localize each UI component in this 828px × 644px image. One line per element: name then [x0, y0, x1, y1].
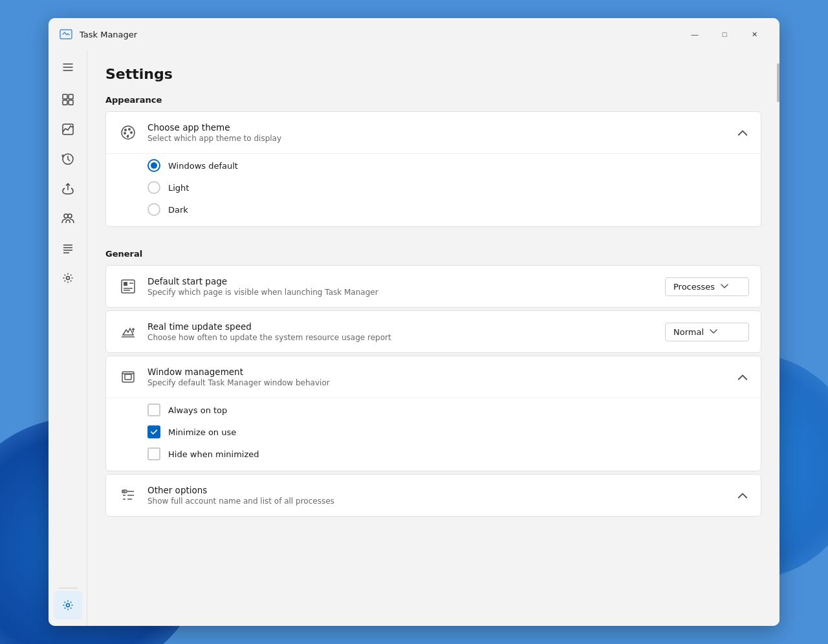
svg-point-21 [130, 131, 133, 134]
checkbox-box-hide-when-minimized [147, 447, 160, 460]
svg-point-17 [66, 604, 69, 607]
other-options-icon [118, 485, 138, 506]
checkbox-box-always-on-top [147, 403, 160, 416]
chevron-up-icon [736, 126, 749, 139]
card-window-management: Window management Specify default Task M… [105, 356, 761, 471]
card-header-text-start-page: Default start page Specify which page is… [147, 276, 665, 297]
svg-rect-6 [63, 100, 67, 105]
radio-circle-light [147, 181, 160, 194]
card-action-other-options [736, 489, 749, 502]
card-other-options: Other options Show full account name and… [105, 474, 761, 517]
page-title: Settings [105, 66, 761, 82]
window-title: Task Manager [80, 30, 680, 39]
radio-dark[interactable]: Dark [147, 203, 749, 216]
card-header-text-real-time: Real time update speed Choose how often … [147, 321, 665, 342]
dropdown-start-page[interactable]: Processes [665, 277, 749, 296]
titlebar: Task Manager — □ ✕ [49, 18, 779, 50]
radio-windows-default[interactable]: Windows default [147, 159, 749, 172]
checkbox-hide-when-minimized[interactable]: Hide when minimized [147, 447, 749, 460]
radio-label-dark: Dark [168, 205, 188, 215]
scroll-indicator [777, 50, 779, 626]
svg-point-10 [64, 214, 68, 218]
card-header-text-other-options: Other options Show full account name and… [147, 485, 736, 506]
card-header-other-options[interactable]: Other options Show full account name and… [106, 475, 761, 516]
dropdown-update-speed[interactable]: Normal [665, 323, 749, 341]
card-header-window-management[interactable]: Window management Specify default Task M… [106, 356, 761, 398]
minimize-button[interactable]: — [680, 23, 710, 46]
card-real-time-update: Real time update speed Choose how often … [105, 310, 761, 353]
sidebar [49, 50, 87, 626]
card-action-choose-app-theme [736, 126, 749, 139]
sidebar-item-details[interactable] [54, 234, 82, 263]
sidebar-item-app-history[interactable] [54, 145, 82, 173]
card-action-real-time: Normal [665, 323, 749, 341]
sidebar-item-performance[interactable] [54, 115, 82, 144]
card-title-choose-app-theme: Choose app theme [147, 122, 736, 133]
card-default-start-page: Default start page Specify which page is… [105, 265, 761, 308]
svg-point-16 [66, 277, 69, 280]
checkbox-label-minimize-on-use: Minimize on use [168, 427, 236, 437]
checkbox-box-minimize-on-use [147, 425, 160, 438]
card-action-start-page: Processes [665, 277, 749, 296]
svg-rect-5 [69, 94, 73, 99]
chevron-up-window-mgmt-icon [736, 370, 749, 383]
card-subtitle-choose-app-theme: Select which app theme to display [147, 134, 736, 143]
maximize-button[interactable]: □ [710, 23, 739, 46]
dropdown-start-page-value: Processes [673, 282, 715, 292]
task-manager-window: Task Manager — □ ✕ [49, 18, 779, 626]
palette-icon [118, 122, 138, 143]
svg-point-11 [68, 214, 72, 218]
chevron-up-other-options-icon [736, 489, 749, 502]
window-mgmt-icon [118, 367, 138, 387]
svg-rect-23 [122, 280, 135, 293]
svg-rect-24 [124, 282, 127, 286]
svg-rect-4 [63, 94, 67, 99]
radio-label-windows-default: Windows default [168, 161, 238, 171]
svg-point-20 [128, 128, 131, 131]
window-mgmt-checkbox-group: Always on top Minimize on use Hide when … [106, 398, 761, 471]
checkbox-minimize-on-use[interactable]: Minimize on use [147, 425, 749, 438]
start-page-icon [118, 276, 138, 297]
main-panel[interactable]: Settings Appearance [87, 50, 777, 626]
card-title-real-time-update: Real time update speed [147, 321, 665, 332]
card-subtitle-real-time-update: Choose how often to update the system re… [147, 333, 665, 342]
update-speed-icon [118, 321, 138, 342]
svg-rect-7 [69, 100, 73, 105]
card-header-default-start-page[interactable]: Default start page Specify which page is… [106, 266, 761, 307]
card-header-text: Choose app theme Select which app theme … [147, 122, 736, 143]
card-subtitle-window-management: Specify default Task Manager window beha… [147, 378, 736, 387]
svg-point-22 [124, 132, 126, 134]
card-header-text-window-mgmt: Window management Specify default Task M… [147, 367, 736, 387]
card-choose-app-theme: Choose app theme Select which app theme … [105, 111, 761, 227]
svg-point-19 [124, 129, 127, 131]
section-title-appearance: Appearance [105, 95, 761, 105]
card-title-window-management: Window management [147, 367, 736, 377]
card-subtitle-default-start-page: Specify which page is visible when launc… [147, 288, 665, 297]
section-title-general: General [105, 249, 761, 259]
card-header-choose-app-theme[interactable]: Choose app theme Select which app theme … [106, 112, 761, 153]
radio-circle-dark [147, 203, 160, 216]
radio-light[interactable]: Light [147, 181, 749, 194]
sidebar-item-services[interactable] [54, 264, 82, 292]
svg-rect-30 [125, 374, 131, 380]
checkbox-always-on-top[interactable]: Always on top [147, 403, 749, 416]
close-button[interactable]: ✕ [739, 23, 769, 46]
content-wrapper: Settings Appearance [49, 50, 779, 626]
checkbox-label-always-on-top: Always on top [168, 405, 227, 415]
card-title-default-start-page: Default start page [147, 276, 665, 286]
sidebar-item-users[interactable] [54, 204, 82, 233]
sidebar-item-dashboard[interactable] [54, 85, 82, 114]
theme-radio-group: Windows default Light Dark [106, 153, 761, 226]
sidebar-item-settings[interactable] [54, 591, 82, 619]
card-title-other-options: Other options [147, 485, 736, 495]
sidebar-item-startup[interactable] [54, 175, 82, 203]
sidebar-hamburger[interactable] [54, 53, 82, 81]
scroll-thumb[interactable] [777, 63, 779, 102]
card-header-real-time-update[interactable]: Real time update speed Choose how often … [106, 311, 761, 352]
checkbox-label-hide-when-minimized: Hide when minimized [168, 449, 259, 459]
radio-label-light: Light [168, 183, 189, 193]
app-icon [59, 27, 73, 41]
card-action-window-mgmt [736, 370, 749, 383]
radio-circle-windows-default [147, 159, 160, 172]
card-subtitle-other-options: Show full account name and list of all p… [147, 497, 736, 506]
